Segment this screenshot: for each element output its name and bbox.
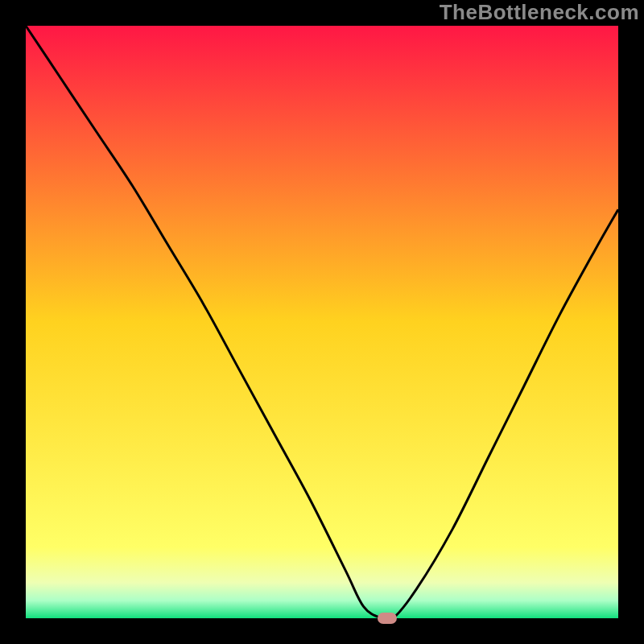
- minimum-marker: [378, 613, 397, 624]
- chart-gradient-area: [26, 26, 618, 618]
- chart-canvas: [0, 0, 644, 644]
- bottleneck-chart: TheBottleneck.com: [0, 0, 644, 644]
- watermark-text: TheBottleneck.com: [440, 0, 639, 25]
